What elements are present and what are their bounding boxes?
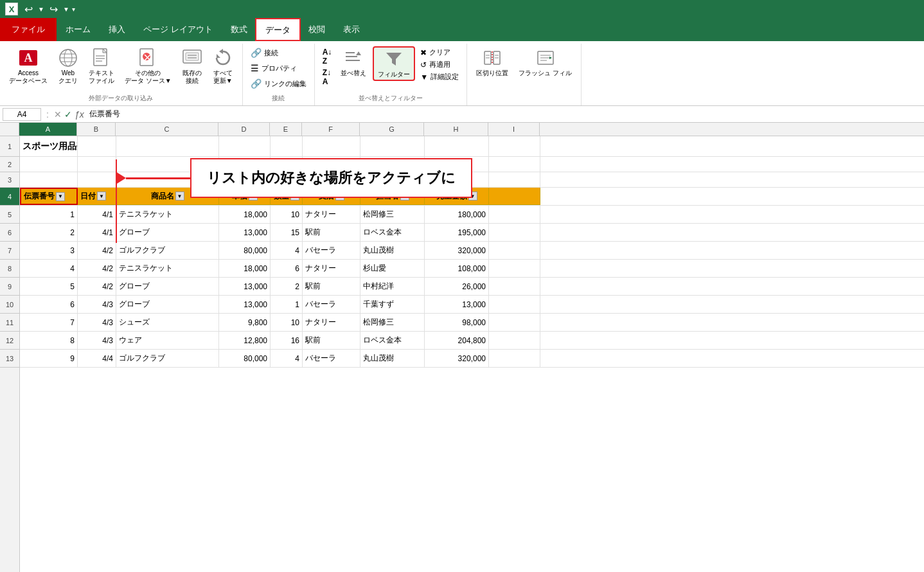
col-header-i[interactable]: I [488, 123, 540, 136]
row-header-4[interactable]: 4 [0, 188, 19, 206]
cell-r12-b[interactable]: 4/3 [78, 332, 116, 349]
cell-r5-e[interactable]: 10 [271, 206, 303, 223]
cell-r11-b[interactable]: 4/3 [78, 314, 116, 331]
cell-r2-i[interactable] [489, 157, 540, 172]
cell-r11-g[interactable]: 松岡修三 [360, 314, 425, 331]
row-header-8[interactable]: 8 [0, 260, 19, 278]
function-icon[interactable]: ƒx [75, 109, 84, 120]
cell-r9-e[interactable]: 2 [271, 278, 303, 295]
refresh-all-button[interactable]: すべて更新▼ [209, 46, 237, 86]
col-header-g[interactable]: G [360, 123, 424, 136]
cell-r9-g[interactable]: 中村紀洋 [360, 278, 425, 295]
text-to-col-button[interactable]: 区切り位置 [472, 46, 512, 78]
formula-input[interactable] [87, 109, 921, 120]
other-sources-button[interactable]: その他のデータ ソース▼ [121, 46, 175, 86]
tab-home[interactable]: ホーム [57, 18, 100, 41]
cell-r8-c[interactable]: テニスラケット [116, 260, 219, 277]
col-header-c[interactable]: C [116, 123, 218, 136]
cell-r3-i[interactable] [489, 172, 540, 187]
cell-r12-d[interactable]: 12,800 [219, 332, 271, 349]
cell-r3-a[interactable] [20, 172, 78, 187]
text-file-button[interactable]: テキストファイル [85, 46, 118, 86]
edit-links-button[interactable]: 🔗 リンクの編集 [248, 77, 309, 90]
cell-r10-h[interactable]: 13,000 [425, 296, 489, 313]
col-header-b[interactable]: B [77, 123, 116, 136]
cell-r5-a[interactable]: 1 [20, 206, 78, 223]
cell-r6-e[interactable]: 15 [271, 224, 303, 241]
cell-r8-h[interactable]: 108,000 [425, 260, 489, 277]
sort-az-button[interactable]: A↓Z [320, 46, 335, 67]
filter-button[interactable]: フィルター [373, 46, 415, 81]
col-header-h[interactable]: H [424, 123, 488, 136]
tab-file[interactable]: ファイル [0, 18, 57, 41]
cell-r8-e[interactable]: 6 [271, 260, 303, 277]
row-header-13[interactable]: 13 [0, 350, 19, 368]
cell-r7-h[interactable]: 320,000 [425, 242, 489, 259]
cancel-formula-icon[interactable]: ✕ [54, 109, 62, 120]
cell-r12-c[interactable]: ウェア [116, 332, 219, 349]
cell-r12-g[interactable]: ロベス金本 [360, 332, 425, 349]
filter-arrow-invoice[interactable]: ▼ [56, 192, 65, 201]
cell-r8-i[interactable] [489, 260, 540, 277]
flash-fill-button[interactable]: フラッシュ フィル [515, 46, 576, 78]
quick-access-more[interactable]: ▾ [72, 6, 75, 13]
advanced-button[interactable]: ▼ 詳細設定 [418, 71, 461, 83]
cell-r6-g[interactable]: ロベス金本 [360, 224, 425, 241]
cell-r6-d[interactable]: 13,000 [219, 224, 271, 241]
cell-r10-b[interactable]: 4/3 [78, 296, 116, 313]
cell-r10-g[interactable]: 千葉すず [360, 296, 425, 313]
row-header-12[interactable]: 12 [0, 332, 19, 350]
row-header-10[interactable]: 10 [0, 296, 19, 314]
tab-view[interactable]: 表示 [334, 18, 369, 41]
cell-r8-g[interactable]: 杉山愛 [360, 260, 425, 277]
cell-r9-f[interactable]: 駅前 [303, 278, 360, 295]
cell-r7-e[interactable]: 4 [271, 242, 303, 259]
redo-button[interactable]: ↪ [47, 2, 60, 17]
cell-r12-i[interactable] [489, 332, 540, 349]
cell-r13-a[interactable]: 9 [20, 350, 78, 367]
cell-r8-d[interactable]: 18,000 [219, 260, 271, 277]
cell-r9-d[interactable]: 13,000 [219, 278, 271, 295]
cell-r1-i[interactable] [489, 136, 540, 156]
cell-r11-c[interactable]: シューズ [116, 314, 219, 331]
tab-review[interactable]: 校閲 [299, 18, 334, 41]
cell-r11-a[interactable]: 7 [20, 314, 78, 331]
row-header-6[interactable]: 6 [0, 224, 19, 242]
cell-r1-b[interactable] [78, 136, 116, 156]
cell-r8-b[interactable]: 4/2 [78, 260, 116, 277]
cell-r11-d[interactable]: 9,800 [219, 314, 271, 331]
cell-r10-e[interactable]: 1 [271, 296, 303, 313]
cell-r7-a[interactable]: 3 [20, 242, 78, 259]
cell-r3-b[interactable] [78, 172, 116, 187]
cell-r7-d[interactable]: 80,000 [219, 242, 271, 259]
cell-r5-b[interactable]: 4/1 [78, 206, 116, 223]
cell-r1-g[interactable] [360, 136, 425, 156]
cell-r13-g[interactable]: 丸山茂樹 [360, 350, 425, 367]
header-cell-i4[interactable] [489, 188, 540, 205]
row-header-2[interactable]: 2 [0, 157, 19, 172]
cell-r13-c[interactable]: ゴルフクラブ [116, 350, 219, 367]
cell-r5-g[interactable]: 松岡修三 [360, 206, 425, 223]
cell-r7-b[interactable]: 4/2 [78, 242, 116, 259]
cell-r11-i[interactable] [489, 314, 540, 331]
cell-r9-a[interactable]: 5 [20, 278, 78, 295]
cell-r11-e[interactable]: 10 [271, 314, 303, 331]
row-header-9[interactable]: 9 [0, 278, 19, 296]
filter-arrow-date[interactable]: ▼ [97, 192, 106, 201]
tab-formulas[interactable]: 数式 [222, 18, 256, 41]
cell-r10-f[interactable]: バセーラ [303, 296, 360, 313]
cell-r7-c[interactable]: ゴルフクラブ [116, 242, 219, 259]
row-header-1[interactable]: 1 [0, 136, 19, 157]
cell-r10-d[interactable]: 13,000 [219, 296, 271, 313]
col-header-f[interactable]: F [302, 123, 360, 136]
cell-r1-e[interactable] [271, 136, 303, 156]
row-header-7[interactable]: 7 [0, 242, 19, 260]
cell-r8-a[interactable]: 4 [20, 260, 78, 277]
cell-r6-i[interactable] [489, 224, 540, 241]
sort-za-button[interactable]: Z↓A [320, 67, 335, 87]
cell-r6-a[interactable]: 2 [20, 224, 78, 241]
confirm-formula-icon[interactable]: ✓ [64, 109, 72, 120]
col-header-d[interactable]: D [218, 123, 270, 136]
cell-reference-input[interactable] [3, 108, 41, 121]
cell-r6-b[interactable]: 4/1 [78, 224, 116, 241]
